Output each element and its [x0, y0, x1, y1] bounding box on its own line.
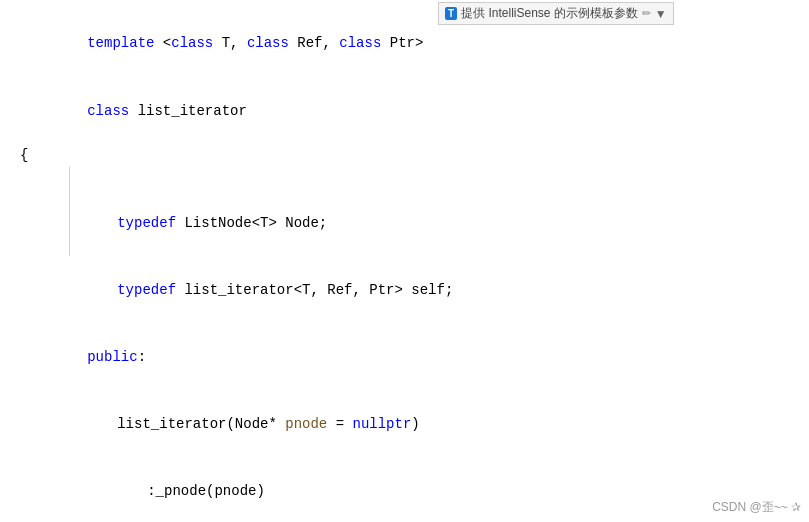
intellisense-tooltip[interactable]: T 提供 IntelliSense 的示例模板参数 ✏ ▼	[438, 2, 674, 25]
code-line: template <class T, class Ref, class Ptr>	[20, 10, 809, 77]
watermark: CSDN @歪~~ ✰	[712, 499, 801, 516]
code-line: class list_iterator	[20, 77, 809, 144]
code-line: {	[20, 144, 809, 166]
editor-container: T 提供 IntelliSense 的示例模板参数 ✏ ▼ template <…	[0, 0, 809, 522]
code-line: :_pnode(pnode)	[20, 458, 809, 522]
intellisense-pencil[interactable]: ✏	[642, 7, 651, 20]
code-line: typedef ListNode<T> Node;	[20, 167, 809, 257]
intellisense-text: 提供 IntelliSense 的示例模板参数	[461, 5, 638, 22]
code-area: template <class T, class Ref, class Ptr>…	[0, 6, 809, 522]
intellisense-arrow: ▼	[655, 7, 667, 21]
intellisense-badge: T	[445, 7, 457, 20]
keyword-template: template	[87, 35, 154, 51]
code-line: typedef list_iterator<T, Ref, Ptr> self;	[20, 256, 809, 323]
code-line: public:	[20, 323, 809, 390]
code-line: list_iterator(Node* pnode = nullptr)	[20, 391, 809, 458]
